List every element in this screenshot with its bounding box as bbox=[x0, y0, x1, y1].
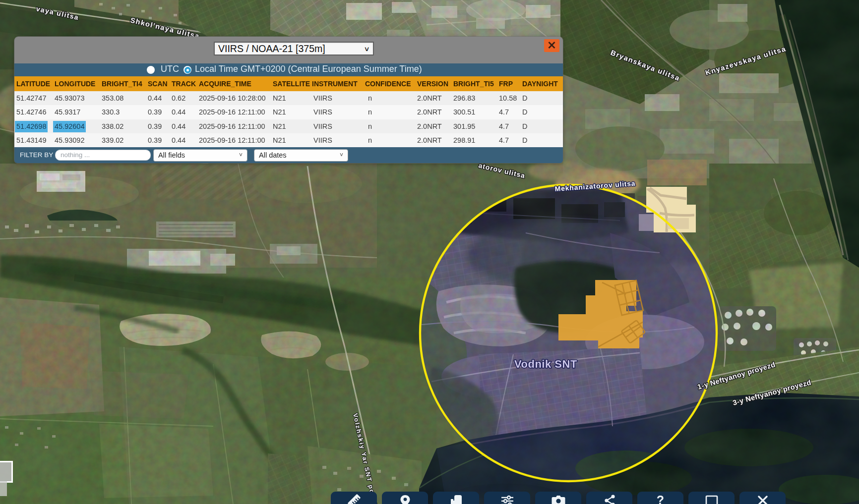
svg-text:Vodnik SNT: Vodnik SNT bbox=[514, 358, 577, 370]
